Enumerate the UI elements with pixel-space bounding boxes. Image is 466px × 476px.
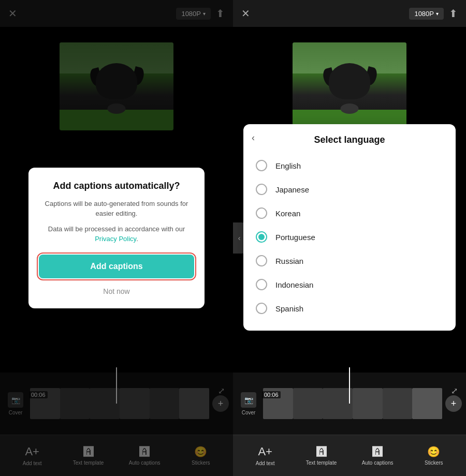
time-label-right: 00:06 xyxy=(262,391,281,398)
bottom-toolbar-right: ‹ A+ Add text 🅰 Text template 🅰 Auto cap… xyxy=(233,435,466,476)
text-template-icon-right: 🅰 xyxy=(316,446,327,458)
add-captions-button[interactable]: Add captions xyxy=(39,255,194,278)
language-item-english[interactable]: English xyxy=(243,154,456,177)
language-label-russian: Russian xyxy=(275,257,303,265)
text-template-label-right: Text template xyxy=(306,460,337,466)
toolbar-auto-captions-right[interactable]: 🅰 Auto captions xyxy=(362,446,394,466)
language-item-indonesian[interactable]: Indonesian xyxy=(243,273,456,296)
add-captions-dialog: Add captions automatically? Captions wil… xyxy=(28,168,205,308)
radio-japanese[interactable] xyxy=(256,184,267,195)
playhead-right xyxy=(349,367,350,404)
radio-portuguese[interactable] xyxy=(256,231,267,243)
language-item-spanish[interactable]: Spanish xyxy=(243,296,456,320)
back-button-lang[interactable]: ‹ xyxy=(252,132,255,143)
cover-label-right: Cover xyxy=(242,410,256,415)
radio-spanish[interactable] xyxy=(256,303,267,314)
radio-russian[interactable] xyxy=(256,255,267,266)
radio-english[interactable] xyxy=(256,160,267,171)
language-label-indonesian: Indonesian xyxy=(275,280,313,289)
cover-item-right: 📷 Cover xyxy=(237,392,260,415)
stickers-label-right: Stickers xyxy=(425,460,443,466)
language-label-korean: Korean xyxy=(275,209,300,218)
cover-icon-right: 📷 xyxy=(241,392,256,408)
privacy-policy-link[interactable]: Privacy Policy xyxy=(95,235,136,243)
language-label-english: English xyxy=(275,161,301,170)
stickers-icon-right: 😊 xyxy=(427,445,440,458)
overlay-left: Add captions automatically? Captions wil… xyxy=(0,0,233,476)
language-item-korean[interactable]: Korean xyxy=(243,201,456,225)
close-icon-right[interactable]: ✕ xyxy=(241,7,250,20)
policy-text: Data will be processed in accordance wit… xyxy=(48,225,185,233)
not-now-button[interactable]: Not now xyxy=(103,287,129,295)
auto-captions-icon-right: 🅰 xyxy=(372,446,383,458)
radio-inner-portuguese xyxy=(258,234,265,240)
auto-captions-label-right: Auto captions xyxy=(362,460,394,466)
video-thumbnail-right xyxy=(293,42,406,130)
upload-icon-right[interactable]: ⬆ xyxy=(449,7,458,20)
toolbar-stickers-right[interactable]: 😊 Stickers xyxy=(418,445,449,466)
language-selector-panel: ‹ Select language English Japanese Korea… xyxy=(243,124,456,331)
toolbar-text-template-right[interactable]: 🅰 Text template xyxy=(306,446,337,466)
resolution-badge-right[interactable]: 1080P xyxy=(409,8,444,20)
radio-korean[interactable] xyxy=(256,207,267,219)
language-panel-title: Select language xyxy=(243,135,456,154)
timeline-right: 📷 Cover + 00:06 ⤢ xyxy=(233,373,466,435)
top-bar-right-panel: ✕ 1080P ⬆ xyxy=(233,0,466,27)
expand-icon-right[interactable]: ⤢ xyxy=(451,386,458,396)
top-bar-controls-right: 1080P ⬆ xyxy=(409,7,458,20)
timeline-scroll-right[interactable] xyxy=(263,388,442,419)
language-item-japanese[interactable]: Japanese xyxy=(243,177,456,201)
toolbar-add-text-right[interactable]: A+ Add text xyxy=(250,445,281,466)
add-text-icon-right: A+ xyxy=(258,445,272,458)
language-label-portuguese: Portuguese xyxy=(275,233,315,242)
dialog-title: Add captions automatically? xyxy=(39,180,194,192)
policy-end: . xyxy=(136,235,138,243)
language-item-portuguese[interactable]: Portuguese xyxy=(243,225,456,249)
dog-image-right xyxy=(293,42,406,130)
add-text-label-right: Add text xyxy=(256,460,275,466)
panel-left: ✕ 1080P ⬆ 📷 Cover xyxy=(0,0,233,476)
add-clip-button-right[interactable]: + xyxy=(445,395,462,412)
language-item-russian[interactable]: Russian xyxy=(243,249,456,273)
dialog-policy: Data will be processed in accordance wit… xyxy=(39,224,194,244)
panel-right: ✕ 1080P ⬆ 📷 Cover xyxy=(233,0,466,476)
dialog-description: Captions will be auto-generated from sou… xyxy=(39,199,194,219)
language-label-japanese: Japanese xyxy=(275,185,309,194)
radio-indonesian[interactable] xyxy=(256,279,267,290)
language-label-spanish: Spanish xyxy=(275,304,303,313)
